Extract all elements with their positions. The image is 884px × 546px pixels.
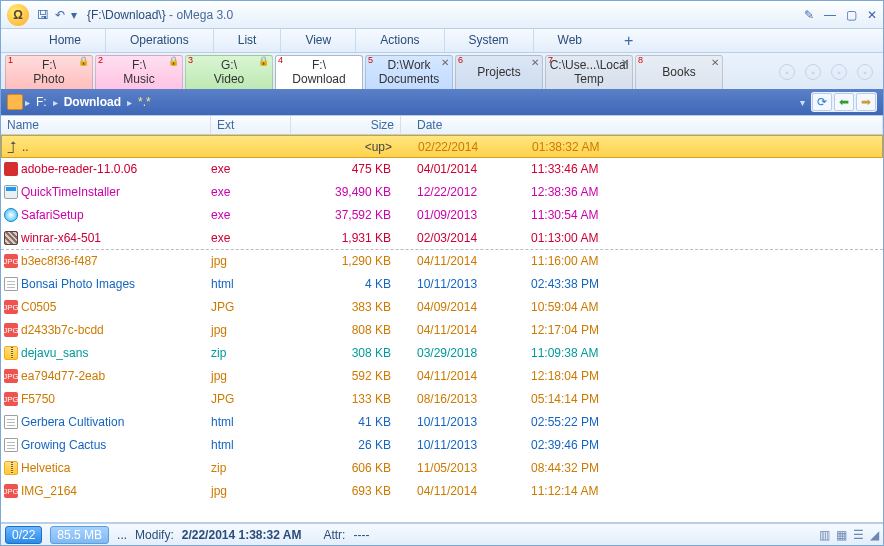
menu-operations[interactable]: Operations: [105, 29, 213, 52]
tab-nav-1-icon[interactable]: ◦: [779, 64, 795, 80]
header-size[interactable]: Size: [291, 116, 401, 134]
tab-close-icon[interactable]: ✕: [711, 57, 719, 68]
menu-home[interactable]: Home: [25, 29, 105, 52]
qat-undo-icon[interactable]: ↶: [55, 8, 65, 22]
minimize-button[interactable]: —: [824, 8, 836, 22]
header-name[interactable]: Name: [1, 116, 211, 134]
menu-view[interactable]: View: [280, 29, 355, 52]
window-title: {F:\Download\} - oMega 3.0: [87, 8, 233, 22]
file-row[interactable]: dejavu_sanszip308 KB03/29/201811:09:38 A…: [1, 342, 883, 365]
nav-buttons: ⟳ ⬅ ➡: [811, 92, 877, 112]
safari-icon: [4, 208, 18, 222]
up-time: 01:38:32 AM: [522, 140, 662, 154]
file-ext: exe: [211, 162, 291, 176]
menu-list[interactable]: List: [213, 29, 281, 52]
location-tab[interactable]: 5✕D:\WorkDocuments: [365, 55, 453, 89]
menu-add-tab[interactable]: +: [614, 30, 643, 52]
file-row[interactable]: JPGF5750JPG133 KB08/16/201305:14:14 PM: [1, 388, 883, 411]
crumb-filter[interactable]: *.*: [132, 95, 157, 109]
file-name: C0505: [21, 300, 211, 314]
tab-line1: F:\: [42, 59, 56, 72]
file-row[interactable]: JPGC0505JPG383 KB04/09/201410:59:04 AM: [1, 296, 883, 319]
qat-save-icon[interactable]: 🖫: [37, 8, 49, 22]
qat-dropdown-icon[interactable]: ▾: [71, 8, 77, 22]
tab-close-icon[interactable]: ✕: [621, 57, 629, 68]
tab-line2: Temp: [574, 73, 603, 86]
location-tab[interactable]: 6✕Projects: [455, 55, 543, 89]
file-row[interactable]: QuickTimeInstallerexe39,490 KB12/22/2012…: [1, 181, 883, 204]
titlebar: Ω 🖫 ↶ ▾ {F:\Download\} - oMega 3.0 ✎ — ▢…: [1, 1, 883, 29]
crumb-drive[interactable]: F:: [30, 95, 53, 109]
location-tab[interactable]: 3🔒G:\Video: [185, 55, 273, 89]
file-row[interactable]: Bonsai Photo Imageshtml4 KB10/11/201302:…: [1, 273, 883, 296]
header-date[interactable]: Date: [401, 116, 883, 134]
zip-icon: [4, 346, 18, 360]
tab-line1: F:\: [312, 59, 326, 72]
file-row[interactable]: winrar-x64-501exe1,931 KB02/03/201401:13…: [1, 227, 883, 250]
file-row[interactable]: JPGIMG_2164jpg693 KB04/11/201411:12:14 A…: [1, 480, 883, 503]
file-size: 808 KB: [291, 323, 401, 337]
file-ext: zip: [211, 461, 291, 475]
file-size: 41 KB: [291, 415, 401, 429]
app-logo-icon[interactable]: Ω: [7, 4, 29, 26]
file-name: Gerbera Cultivation: [21, 415, 211, 429]
sb-view2-icon[interactable]: ▦: [836, 528, 847, 542]
crumb-folder[interactable]: Download: [58, 95, 127, 109]
address-dropdown-icon[interactable]: ▾: [800, 97, 811, 108]
location-tab[interactable]: 7✕C:\Use...\LocalTemp: [545, 55, 633, 89]
file-row[interactable]: JPGb3ec8f36-f487jpg1,290 KB04/11/201411:…: [1, 250, 883, 273]
refresh-button[interactable]: ⟳: [812, 93, 832, 111]
file-row[interactable]: Gerbera Cultivationhtml41 KB10/11/201302…: [1, 411, 883, 434]
jpg-icon: JPG: [4, 484, 18, 498]
tab-nav-2-icon[interactable]: ◦: [805, 64, 821, 80]
close-button[interactable]: ✕: [867, 8, 877, 22]
rar-icon: [4, 231, 18, 245]
back-button[interactable]: ⬅: [834, 93, 854, 111]
menu-web[interactable]: Web: [533, 29, 606, 52]
tab-number: 8: [638, 56, 643, 66]
file-ext: html: [211, 415, 291, 429]
location-tab[interactable]: 8✕Books: [635, 55, 723, 89]
file-row[interactable]: Helveticazip606 KB11/05/201308:44:32 PM: [1, 457, 883, 480]
file-row[interactable]: JPGd2433b7c-bcddjpg808 KB04/11/201412:17…: [1, 319, 883, 342]
file-date: 10/11/2013: [401, 415, 521, 429]
file-ext: jpg: [211, 323, 291, 337]
lock-icon: 🔒: [168, 57, 179, 67]
file-name: b3ec8f36-f487: [21, 254, 211, 268]
help-icon[interactable]: ✎: [804, 8, 814, 22]
file-list: ⮥ .. <up> 02/22/2014 01:38:32 AM adobe-r…: [1, 135, 883, 523]
file-date: 04/01/2014: [401, 162, 521, 176]
header-ext[interactable]: Ext: [211, 116, 291, 134]
location-tab[interactable]: 4F:\Download: [275, 55, 363, 89]
location-tab[interactable]: 2🔒F:\Music: [95, 55, 183, 89]
tab-nav-4-icon[interactable]: ◦: [857, 64, 873, 80]
folder-icon[interactable]: [7, 94, 23, 110]
file-date: 04/09/2014: [401, 300, 521, 314]
maximize-button[interactable]: ▢: [846, 8, 857, 22]
file-size: 693 KB: [291, 484, 401, 498]
sb-view1-icon[interactable]: ▥: [819, 528, 830, 542]
location-tab[interactable]: 1🔒F:\Photo: [5, 55, 93, 89]
file-time: 11:33:46 AM: [521, 162, 661, 176]
menu-actions[interactable]: Actions: [355, 29, 443, 52]
file-row[interactable]: adobe-reader-11.0.06exe475 KB04/01/20141…: [1, 158, 883, 181]
file-row[interactable]: SafariSetupexe37,592 KB01/09/201311:30:5…: [1, 204, 883, 227]
tab-close-icon[interactable]: ✕: [441, 57, 449, 68]
tab-line1: F:\: [132, 59, 146, 72]
file-ext: html: [211, 277, 291, 291]
tab-number: 7: [548, 56, 553, 66]
status-attr-label: Attr:: [323, 528, 345, 542]
tab-nav-3-icon[interactable]: ◦: [831, 64, 847, 80]
sb-resize-icon[interactable]: ◢: [870, 528, 879, 542]
jpg-icon: JPG: [4, 300, 18, 314]
status-size: 85.5 MB: [50, 526, 109, 544]
menu-system[interactable]: System: [444, 29, 533, 52]
file-row[interactable]: Growing Cactushtml26 KB10/11/201302:39:4…: [1, 434, 883, 457]
jpg-icon: JPG: [4, 392, 18, 406]
zip-icon: [4, 461, 18, 475]
tab-close-icon[interactable]: ✕: [531, 57, 539, 68]
sb-view3-icon[interactable]: ☰: [853, 528, 864, 542]
forward-button[interactable]: ➡: [856, 93, 876, 111]
up-row[interactable]: ⮥ .. <up> 02/22/2014 01:38:32 AM: [1, 135, 883, 158]
file-row[interactable]: JPGea794d77-2eabjpg592 KB04/11/201412:18…: [1, 365, 883, 388]
